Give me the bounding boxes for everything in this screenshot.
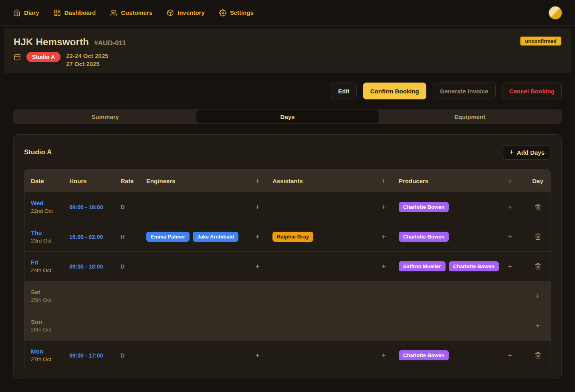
engineer-badges: Emma PalmerJake Archibald [146,232,238,242]
cancel-booking-button[interactable]: Cancel Booking [502,83,562,99]
add-producer-button[interactable]: + [506,202,514,212]
day-name[interactable]: Fri [31,259,69,267]
col-engineers: Engineers + [146,176,272,186]
plus-icon: + [381,232,386,241]
add-assistant-button[interactable]: + [380,262,387,271]
nav-label: Diary [24,9,39,16]
producer-badge[interactable]: Charlotte Bowen [449,261,499,271]
hours-value[interactable]: 09:00 - 18:00 [69,204,121,210]
dashboard-icon [54,9,61,16]
generate-invoice-button[interactable]: Generate Invoice [433,83,496,99]
add-days-label: Add Days [517,149,545,156]
nav-items: Diary Dashboard Customers Inventory Sett… [13,9,254,16]
add-assistant-button[interactable]: + [380,232,387,241]
add-producer-button[interactable]: + [506,351,514,360]
plus-icon: + [508,177,512,185]
add-engineer-button[interactable]: + [254,351,261,360]
day-date: 27th Oct [31,356,69,363]
nav-item-customers[interactable]: Customers [110,9,152,16]
gear-icon [219,9,226,16]
hours-value[interactable]: 09:00 - 18:00 [69,263,121,270]
day-name[interactable]: Wed [31,199,69,207]
add-day-button[interactable]: + [534,291,541,301]
nav-item-settings[interactable]: Settings [219,9,254,16]
producers-cell: Saffron MuellerCharlotte Bowen + [399,252,525,281]
table-row-unbooked: Sun 26th Oct + [24,311,551,340]
add-assistant-button[interactable]: + [380,202,387,212]
add-assistant-button[interactable]: + [380,351,387,360]
plus-icon: + [508,351,512,360]
user-avatar[interactable] [549,6,562,19]
table-row: Fri 24th Oct 09:00 - 18:00 D + + Saffron… [24,251,551,281]
rate-value[interactable]: H [121,234,146,240]
table-row: Mon 27th Oct 09:00 - 17:00 D + + Charlot… [24,340,551,370]
day-date: 23rd Oct [31,237,69,244]
day-actions-cell [525,232,551,241]
delete-day-button[interactable] [533,202,543,212]
add-producer-column-button[interactable]: + [506,176,514,186]
hours-value[interactable]: 09:00 - 17:00 [69,352,121,359]
day-date: 24th Oct [31,267,69,274]
rate-value[interactable]: D [121,263,146,270]
table-row: Wed 22nd Oct 09:00 - 18:00 D + + Charlot… [24,192,551,222]
producer-badge[interactable]: Saffron Mueller [399,261,446,271]
table-row: Thu 23rd Oct 16:00 - 02:00 H Emma Palmer… [24,222,551,251]
trash-icon [535,352,541,359]
add-assistant-column-button[interactable]: + [380,176,387,186]
day-name[interactable]: Thu [31,229,69,237]
nav-item-inventory[interactable]: Inventory [167,9,205,16]
delete-day-button[interactable] [533,351,543,360]
calendar-icon [14,53,21,61]
add-engineer-button[interactable]: + [254,202,261,212]
plus-icon: + [255,177,260,185]
producer-badge[interactable]: Charlotte Bowen [399,202,449,212]
add-engineer-column-button[interactable]: + [254,176,261,186]
plus-icon: + [255,262,260,271]
edit-button[interactable]: Edit [331,83,357,99]
date-range-secondary: 27 Oct 2025 [66,60,108,68]
day-date: 26th Oct [31,326,69,333]
producer-badges: Charlotte Bowen [399,202,449,212]
engineers-cell: + [146,252,272,281]
hours-value[interactable]: 16:00 - 02:00 [69,234,121,240]
col-producers: Producers + [399,176,525,186]
engineer-badge[interactable]: Emma Palmer [146,232,190,242]
engineers-cell: + [146,192,272,222]
day-name[interactable]: Mon [31,348,69,356]
engineers-cell: + [146,341,272,370]
table-body: Wed 22nd Oct 09:00 - 18:00 D + + Charlot… [24,192,551,370]
plus-icon: + [381,262,386,271]
add-producer-button[interactable]: + [506,232,514,241]
producer-badge[interactable]: Charlotte Bowen [399,232,449,242]
producer-badge[interactable]: Charlotte Bowen [399,350,449,360]
nav-item-diary[interactable]: Diary [13,9,39,16]
day-date: 22nd Oct [31,207,69,215]
plus-icon: + [535,321,540,330]
delete-day-button[interactable] [533,232,543,241]
add-engineer-button[interactable]: + [254,262,261,271]
engineers-cell: Emma PalmerJake Archibald + [146,222,272,251]
nav-item-dashboard[interactable]: Dashboard [54,9,96,16]
confirm-booking-button[interactable]: Confirm Booking [363,83,426,99]
nav-label: Dashboard [65,9,96,16]
rate-value[interactable]: D [121,352,146,359]
home-icon [13,9,20,16]
day-actions-cell [525,202,551,212]
tab-days[interactable]: Days [196,110,379,123]
add-producer-button[interactable]: + [506,262,514,271]
plus-icon: + [535,292,540,300]
add-day-button[interactable]: + [534,321,541,330]
add-days-button[interactable]: + Add Days [503,145,551,160]
assistant-badge[interactable]: Ralphie Gray [272,232,313,242]
day-name: Sun [31,318,69,326]
delete-day-button[interactable] [533,262,543,271]
tab-summary[interactable]: Summary [14,110,196,123]
tab-equipment[interactable]: Equipment [379,110,561,123]
date-cell: Thu 23rd Oct [31,229,69,244]
rate-value[interactable]: D [121,204,146,210]
day-name: Sat [31,288,69,296]
add-engineer-button[interactable]: + [254,232,261,241]
engineer-badge[interactable]: Jake Archibald [193,232,238,242]
col-engineers-label: Engineers [146,178,176,184]
col-assistants: Assistants + [272,176,399,186]
